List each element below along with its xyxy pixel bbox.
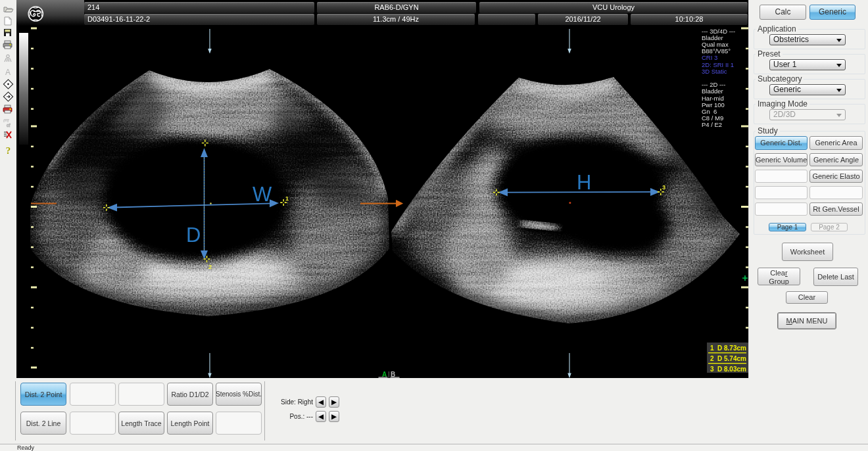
svg-text:1: 1: [285, 195, 289, 202]
svg-text:D: D: [186, 224, 201, 247]
svg-text:D 8.73cm: D 8.73cm: [717, 344, 746, 352]
svg-text:B: B: [391, 371, 395, 378]
svg-text:2: 2: [710, 355, 714, 362]
svg-text:2: 2: [208, 264, 212, 270]
svg-text:P4 / E2: P4 / E2: [702, 121, 722, 128]
svg-text:D 5.74cm: D 5.74cm: [717, 355, 746, 362]
svg-text:H: H: [577, 171, 591, 194]
svg-text:D 8.03cm: D 8.03cm: [717, 366, 746, 373]
svg-text:A: A: [382, 371, 387, 378]
svg-text:|: |: [388, 371, 390, 378]
svg-text:cf: cf: [7, 123, 11, 128]
svg-text:3: 3: [710, 366, 714, 373]
svg-text:1: 1: [710, 344, 714, 352]
svg-text:A: A: [5, 68, 11, 77]
svg-text:W: W: [253, 183, 272, 206]
svg-text:3: 3: [662, 184, 665, 191]
svg-text:?: ?: [6, 145, 11, 156]
svg-text:3D Static: 3D Static: [702, 68, 727, 75]
